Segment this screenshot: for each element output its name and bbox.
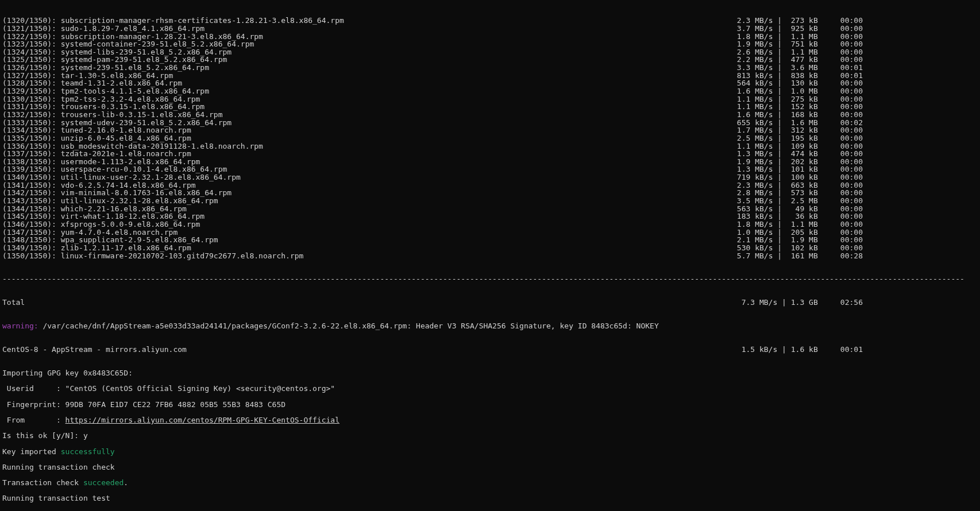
package-name: (1331/1350): trousers-0.3.15-1.el8.x86_6… — [2, 103, 205, 111]
package-name: (1320/1350): subscription-manager-rhsm-c… — [2, 17, 344, 25]
download-row: (1335/1350): unzip-6.0-45.el8_4.x86_64.r… — [2, 134, 863, 142]
package-name: (1347/1350): yum-4.7.0-4.el8.noarch.rpm — [2, 229, 178, 237]
package-name: (1334/1350): tuned-2.16.0-1.el8.noarch.r… — [2, 126, 191, 134]
gpg-url[interactable]: https://mirrors.aliyun.com/centos/RPM-GP… — [65, 416, 339, 424]
download-row: (1332/1350): trousers-lib-0.3.15-1.el8.x… — [2, 111, 863, 119]
download-stats: 1.8 MB/s | 1.1 MB 00:00 — [713, 33, 863, 41]
package-name: (1336/1350): usb_modeswitch-data-2019112… — [2, 142, 263, 150]
download-row: (1343/1350): util-linux-2.32.1-28.el8.x8… — [2, 197, 863, 205]
warning-line: warning: /var/cache/dnf/AppStream-a5e033… — [2, 322, 978, 330]
gpg-import: Importing GPG key 0x8483C65D: — [2, 369, 978, 377]
download-stats: 1.8 MB/s | 1.1 MB 00:00 — [713, 220, 863, 229]
package-name: (1348/1350): wpa_supplicant-2.9-5.el8.x8… — [2, 236, 218, 244]
download-stats: 2.5 MB/s | 195 kB 00:00 — [713, 134, 863, 142]
tx-check: Transaction check succeeded. — [2, 479, 978, 487]
terminal-output[interactable]: (1320/1350): subscription-manager-rhsm-c… — [0, 0, 980, 511]
package-name: (1346/1350): xfsprogs-5.0.0-9.el8.x86_64… — [2, 220, 200, 229]
download-stats: 1.6 MB/s | 1.0 MB 00:00 — [713, 87, 863, 95]
package-name: (1345/1350): virt-what-1.18-12.el8.x86_6… — [2, 212, 205, 220]
total-label: Total — [2, 299, 25, 307]
download-row: (1323/1350): systemd-container-239-51.el… — [2, 40, 863, 48]
package-name: (1324/1350): systemd-libs-239-51.el8_5.2… — [2, 48, 232, 56]
package-name: (1349/1350): zlib-1.2.11-17.el8.x86_64.r… — [2, 244, 191, 252]
download-stats: 1.1 MB/s | 152 kB 00:00 — [713, 103, 863, 111]
download-row: (1344/1350): which-2.21-16.el8.x86_64.rp… — [2, 205, 863, 213]
download-row: (1336/1350): usb_modeswitch-data-2019112… — [2, 142, 863, 150]
package-name: (1335/1350): unzip-6.0-45.el8_4.x86_64.r… — [2, 134, 191, 142]
package-name: (1337/1350): tzdata-2021e-1.el8.noarch.r… — [2, 150, 191, 158]
download-stats: 3.7 MB/s | 925 kB 00:00 — [713, 25, 863, 33]
total-stats: 7.3 MB/s | 1.3 GB 02:56 — [713, 299, 863, 307]
download-row: (1333/1350): systemd-udev-239-51.el8_5.2… — [2, 119, 863, 127]
mirror-row: CentOS-8 - AppStream - mirrors.aliyun.co… — [2, 346, 863, 354]
package-name: (1344/1350): which-2.21-16.el8.x86_64.rp… — [2, 205, 187, 213]
download-row: (1347/1350): yum-4.7.0-4.el8.noarch.rpm … — [2, 229, 863, 237]
download-stats: 5.7 MB/s | 161 MB 00:28 — [713, 252, 863, 260]
package-name: (1327/1350): tar-1.30-5.el8.x86_64.rpm — [2, 72, 173, 80]
download-row: (1348/1350): wpa_supplicant-2.9-5.el8.x8… — [2, 236, 863, 244]
gpg-fingerprint: Fingerprint: 99DB 70FA E1D7 CE22 7FB6 48… — [2, 401, 978, 409]
separator-line: ----------------------------------------… — [2, 275, 978, 283]
download-row: (1329/1350): tpm2-tools-4.1.1-5.el8.x86_… — [2, 87, 863, 95]
package-name: (1323/1350): systemd-container-239-51.el… — [2, 40, 254, 48]
download-stats: 2.3 MB/s | 663 kB 00:00 — [713, 181, 863, 189]
download-stats: 1.1 MB/s | 109 kB 00:00 — [713, 142, 863, 150]
package-name: (1330/1350): tpm2-tss-2.3.2-4.el8.x86_64… — [2, 95, 200, 103]
download-stats: 719 kB/s | 100 kB 00:00 — [713, 173, 863, 181]
download-stats: 1.1 MB/s | 275 kB 00:00 — [713, 95, 863, 103]
download-stats: 1.9 MB/s | 751 kB 00:00 — [713, 40, 863, 48]
download-row: (1339/1350): userspace-rcu-0.10.1-4.el8.… — [2, 165, 863, 173]
package-name: (1341/1350): vdo-6.2.5.74-14.el8.x86_64.… — [2, 181, 196, 189]
download-row: (1346/1350): xfsprogs-5.0.0-9.el8.x86_64… — [2, 220, 863, 229]
package-name: (1339/1350): userspace-rcu-0.10.1-4.el8.… — [2, 165, 227, 173]
download-row: (1321/1350): sudo-1.8.29-7.el8_4.1.x86_6… — [2, 25, 863, 33]
download-stats: 183 kB/s | 36 kB 00:00 — [713, 212, 863, 220]
download-row: (1341/1350): vdo-6.2.5.74-14.el8.x86_64.… — [2, 181, 863, 189]
package-name: (1342/1350): vim-minimal-8.0.1763-16.el8… — [2, 189, 232, 197]
download-stats: 3.3 MB/s | 3.6 MB 00:01 — [713, 64, 863, 72]
download-stats: 2.1 MB/s | 1.9 MB 00:00 — [713, 236, 863, 244]
package-name: (1322/1350): subscription-manager-1.28.2… — [2, 33, 263, 41]
gpg-from: From : https://mirrors.aliyun.com/centos… — [2, 416, 978, 424]
download-row: (1345/1350): virt-what-1.18-12.el8.x86_6… — [2, 212, 863, 220]
key-imported: Key imported successfully — [2, 448, 978, 456]
download-stats: 1.6 MB/s | 168 kB 00:00 — [713, 111, 863, 119]
download-stats: 3.5 MB/s | 2.5 MB 00:00 — [713, 197, 863, 205]
gpg-userid: Userid : "CentOS (CentOS Official Signin… — [2, 385, 978, 393]
package-name: (1350/1350): linux-firmware-20210702-103… — [2, 252, 303, 260]
download-row: (1324/1350): systemd-libs-239-51.el8_5.2… — [2, 48, 863, 56]
download-stats: 813 kB/s | 838 kB 00:01 — [713, 72, 863, 80]
download-row: (1330/1350): tpm2-tss-2.3.2-4.el8.x86_64… — [2, 95, 863, 103]
download-stats: 655 kB/s | 1.6 MB 00:02 — [713, 119, 863, 127]
download-stats: 1.9 MB/s | 202 kB 00:00 — [713, 158, 863, 166]
download-stats: 530 kB/s | 102 kB 00:00 — [713, 244, 863, 252]
download-stats: 2.6 MB/s | 1.1 MB 00:00 — [713, 48, 863, 56]
package-name: (1333/1350): systemd-udev-239-51.el8_5.2… — [2, 119, 232, 127]
download-row: (1349/1350): zlib-1.2.11-17.el8.x86_64.r… — [2, 244, 863, 252]
download-row: (1334/1350): tuned-2.16.0-1.el8.noarch.r… — [2, 126, 863, 134]
package-name: (1332/1350): trousers-lib-0.3.15-1.el8.x… — [2, 111, 223, 119]
running-test: Running transaction test — [2, 494, 978, 502]
download-stats: 2.3 MB/s | 273 kB 00:00 — [713, 17, 863, 25]
package-name: (1328/1350): teamd-1.31-2.el8.x86_64.rpm — [2, 79, 182, 87]
package-name: (1340/1350): util-linux-user-2.32.1-28.e… — [2, 173, 241, 181]
package-name: (1326/1350): systemd-239-51.el8_5.2.x86_… — [2, 64, 209, 72]
package-name: (1343/1350): util-linux-2.32.1-28.el8.x8… — [2, 197, 218, 205]
package-name: (1329/1350): tpm2-tools-4.1.1-5.el8.x86_… — [2, 87, 209, 95]
download-row: (1338/1350): usermode-1.113-2.el8.x86_64… — [2, 158, 863, 166]
download-stats: 1.3 MB/s | 101 kB 00:00 — [713, 165, 863, 173]
download-row: (1320/1350): subscription-manager-rhsm-c… — [2, 17, 863, 25]
download-stats: 1.3 MB/s | 474 kB 00:00 — [713, 150, 863, 158]
running-check: Running transaction check — [2, 463, 978, 471]
download-stats: 1.0 MB/s | 205 kB 00:00 — [713, 229, 863, 237]
download-row: (1331/1350): trousers-0.3.15-1.el8.x86_6… — [2, 103, 863, 111]
total-row: Total 7.3 MB/s | 1.3 GB 02:56 — [2, 299, 863, 307]
download-stats: 564 kB/s | 130 kB 00:00 — [713, 79, 863, 87]
download-row: (1327/1350): tar-1.30-5.el8.x86_64.rpm 8… — [2, 72, 863, 80]
download-stats: 2.2 MB/s | 477 kB 00:00 — [713, 56, 863, 64]
download-row: (1328/1350): teamd-1.31-2.el8.x86_64.rpm… — [2, 79, 863, 87]
download-row: (1340/1350): util-linux-user-2.32.1-28.e… — [2, 173, 863, 181]
download-row: (1342/1350): vim-minimal-8.0.1763-16.el8… — [2, 189, 863, 197]
package-name: (1321/1350): sudo-1.8.29-7.el8_4.1.x86_6… — [2, 25, 205, 33]
download-stats: 563 kB/s | 49 kB 00:00 — [713, 205, 863, 213]
